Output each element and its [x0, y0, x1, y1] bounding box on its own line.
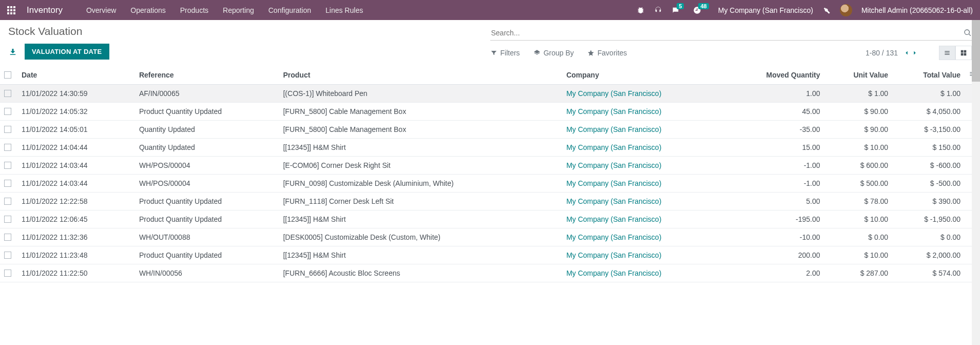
nav-lines-rules[interactable]: Lines Rules	[325, 6, 363, 14]
cell-company[interactable]: My Company (San Francisco)	[562, 228, 726, 246]
pager-next-icon[interactable]	[911, 49, 918, 56]
table-row[interactable]: 11/01/2022 14:04:44Quantity Updated[[123…	[0, 139, 980, 157]
filters-button[interactable]: Filters	[490, 49, 520, 57]
cell-reference: Quantity Updated	[135, 139, 279, 157]
row-checkbox[interactable]	[4, 108, 11, 115]
cell-reference: AF/IN/00065	[135, 85, 279, 103]
table-row[interactable]: 11/01/2022 14:05:32Product Quantity Upda…	[0, 103, 980, 121]
nav-operations[interactable]: Operations	[130, 6, 165, 14]
row-checkbox[interactable]	[4, 270, 11, 277]
row-checkbox[interactable]	[4, 90, 11, 97]
cell-company[interactable]: My Company (San Francisco)	[562, 264, 726, 282]
valuation-at-date-button[interactable]: VALUATION AT DATE	[25, 44, 109, 60]
table-row[interactable]: 11/01/2022 11:32:36WH/OUT/00088[DESK0005…	[0, 228, 980, 246]
scrollbar-thumb[interactable]	[972, 20, 980, 82]
table-row[interactable]: 11/01/2022 11:23:48Product Quantity Upda…	[0, 246, 980, 264]
table-row[interactable]: 11/01/2022 11:22:50WH/IN/00056[FURN_6666…	[0, 264, 980, 282]
row-checkbox[interactable]	[4, 162, 11, 169]
col-reference[interactable]: Reference	[135, 65, 279, 85]
row-checkbox[interactable]	[4, 180, 11, 187]
cell-product: [FURN_6666] Acoustic Bloc Screens	[279, 264, 562, 282]
search-wrap	[490, 25, 972, 41]
cell-total-value: $ -500.00	[892, 175, 965, 193]
cell-company[interactable]: My Company (San Francisco)	[562, 103, 726, 121]
col-company[interactable]: Company	[562, 65, 726, 85]
cell-company[interactable]: My Company (San Francisco)	[562, 121, 726, 139]
favorites-button[interactable]: Favorites	[587, 49, 627, 57]
phone-icon[interactable]	[654, 6, 662, 14]
cell-unit-value: $ 10.00	[824, 246, 893, 264]
cell-moved-qty: 1.00	[726, 85, 824, 103]
cell-reference: WH/OUT/00088	[135, 228, 279, 246]
nav-configuration[interactable]: Configuration	[268, 6, 311, 14]
list-view-button[interactable]	[939, 46, 955, 60]
cell-total-value: $ 0.00	[892, 228, 965, 246]
cell-date: 11/01/2022 12:22:58	[17, 193, 135, 210]
tools-icon[interactable]	[822, 6, 831, 14]
cell-product: [FURN_5800] Cable Management Box	[279, 121, 562, 139]
nav-products[interactable]: Products	[180, 6, 208, 14]
cell-company[interactable]: My Company (San Francisco)	[562, 175, 726, 193]
pager-text[interactable]: 1-80 / 131	[866, 49, 898, 57]
table-row[interactable]: 11/01/2022 14:05:01Quantity Updated[FURN…	[0, 121, 980, 139]
cell-unit-value: $ 90.00	[824, 103, 893, 121]
cell-moved-qty: -195.00	[726, 210, 824, 228]
row-checkbox[interactable]	[4, 126, 11, 133]
download-icon[interactable]	[8, 47, 17, 56]
cell-reference: Product Quantity Updated	[135, 210, 279, 228]
col-product[interactable]: Product	[279, 65, 562, 85]
cell-total-value: $ -600.00	[892, 157, 965, 175]
cell-total-value: $ 4,050.00	[892, 103, 965, 121]
cell-reference: WH/POS/00004	[135, 175, 279, 193]
cell-unit-value: $ 90.00	[824, 121, 893, 139]
apps-icon[interactable]	[7, 6, 15, 14]
col-unit-value[interactable]: Unit Value	[824, 65, 893, 85]
cell-company[interactable]: My Company (San Francisco)	[562, 210, 726, 228]
table-row[interactable]: 11/01/2022 12:22:58Product Quantity Upda…	[0, 193, 980, 210]
row-checkbox[interactable]	[4, 234, 11, 241]
search-icon[interactable]	[964, 29, 972, 37]
nav-reporting[interactable]: Reporting	[223, 6, 254, 14]
select-all-checkbox[interactable]	[4, 71, 11, 79]
cell-company[interactable]: My Company (San Francisco)	[562, 139, 726, 157]
topbar-right: 5 48 My Company (San Francisco) Mitchell…	[637, 4, 973, 16]
col-total-value[interactable]: Total Value	[892, 65, 965, 85]
avatar[interactable]	[840, 4, 852, 16]
table-header-row: Date Reference Product Company Moved Qua…	[0, 65, 980, 85]
cell-date: 11/01/2022 14:30:59	[17, 85, 135, 103]
cell-unit-value: $ 78.00	[824, 193, 893, 210]
nav-overview[interactable]: Overview	[86, 6, 116, 14]
col-date[interactable]: Date	[17, 65, 135, 85]
cell-total-value: $ -3,150.00	[892, 121, 965, 139]
app-name[interactable]: Inventory	[27, 5, 63, 15]
pager: 1-80 / 131	[866, 49, 918, 57]
col-moved-qty[interactable]: Moved Quantity	[726, 65, 824, 85]
cell-date: 11/01/2022 14:03:44	[17, 175, 135, 193]
bug-icon[interactable]	[637, 6, 645, 14]
company-name[interactable]: My Company (San Francisco)	[718, 6, 813, 14]
pivot-view-button[interactable]	[955, 46, 972, 60]
cell-reference: Product Quantity Updated	[135, 246, 279, 264]
search-input[interactable]	[490, 27, 964, 39]
table-row[interactable]: 11/01/2022 12:06:45Product Quantity Upda…	[0, 210, 980, 228]
chat-badge: 5	[677, 3, 684, 9]
cell-company[interactable]: My Company (San Francisco)	[562, 157, 726, 175]
control-zone: Stock Valuation VALUATION AT DATE Filter…	[0, 20, 980, 62]
group-by-label: Group By	[544, 49, 574, 57]
cell-company[interactable]: My Company (San Francisco)	[562, 85, 726, 103]
table-row[interactable]: 11/01/2022 14:03:44WH/POS/00004[FURN_009…	[0, 175, 980, 193]
cell-reference: Product Quantity Updated	[135, 103, 279, 121]
row-checkbox[interactable]	[4, 198, 11, 205]
group-by-button[interactable]: Group By	[533, 49, 574, 57]
cell-company[interactable]: My Company (San Francisco)	[562, 246, 726, 264]
row-checkbox[interactable]	[4, 216, 11, 223]
row-checkbox[interactable]	[4, 144, 11, 151]
cell-company[interactable]: My Company (San Francisco)	[562, 193, 726, 210]
table-row[interactable]: 11/01/2022 14:03:44WH/POS/00004[E-COM06]…	[0, 157, 980, 175]
scrollbar[interactable]	[972, 20, 980, 282]
cell-total-value: $ 1.00	[892, 85, 965, 103]
row-checkbox[interactable]	[4, 252, 11, 259]
pager-prev-icon[interactable]	[903, 49, 910, 56]
table-row[interactable]: 11/01/2022 14:30:59AF/IN/00065[(COS-1)] …	[0, 85, 980, 103]
user-name[interactable]: Mitchell Admin (20665062-16-0-all)	[861, 6, 973, 14]
